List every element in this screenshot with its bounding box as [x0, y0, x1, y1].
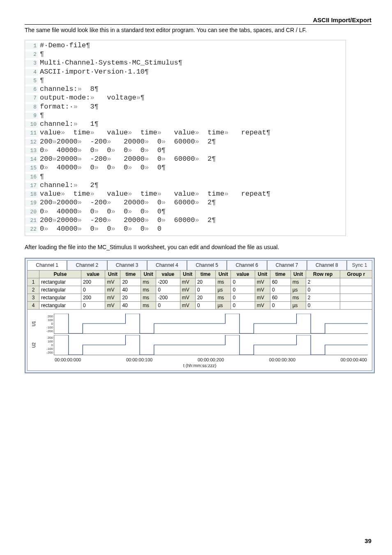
worksheet-screenshot: Channel 1Channel 2Channel 3Channel 4Chan…	[25, 258, 375, 373]
x-axis-ticks: 00:00:00:00000:00:00:10000:00:00:20000:0…	[54, 356, 368, 362]
col-header: time	[195, 271, 216, 278]
x-axis-caption: t (hh:mm:ss:zzz)	[32, 363, 368, 368]
tab-channel-5[interactable]: Channel 5	[187, 260, 227, 270]
tab-channel-7[interactable]: Channel 7	[267, 260, 307, 270]
col-header: Group r	[340, 271, 372, 278]
col-header: Unit	[180, 271, 195, 278]
intro-text: The same file would look like this in a …	[25, 26, 371, 34]
waveform-plot: U12001000-100-200U22001000-100-200 00:00…	[27, 310, 372, 371]
table-row[interactable]: 3rectangular200mV20ms-200mV20ms0mV60ms2	[28, 294, 372, 302]
tab-channel-3[interactable]: Channel 3	[107, 260, 147, 270]
tab-sync[interactable]: Sync 1	[347, 260, 372, 270]
col-header: time	[120, 271, 141, 278]
col-header: Unit	[255, 271, 270, 278]
col-header: Unit	[141, 271, 156, 278]
tab-channel-4[interactable]: Channel 4	[147, 260, 187, 270]
channel-tabs: Channel 1Channel 2Channel 3Channel 4Chan…	[27, 260, 372, 270]
pulse-table: PulsevalueUnittimeUnitvalueUnittimeUnitv…	[27, 270, 372, 310]
col-header: Unit	[216, 271, 231, 278]
table-row[interactable]: 4rectangular0mV40ms0mV0µs0mV0µs0	[28, 302, 372, 310]
tab-channel-1[interactable]: Channel 1	[27, 260, 67, 270]
page-header: ASCII Import/Export	[25, 16, 371, 25]
col-header: Pulse	[39, 271, 81, 278]
x-tick: 00:00:00:200	[198, 357, 224, 362]
table-row[interactable]: 1rectangular200mV20ms-200mV20ms0mV60ms2	[28, 278, 372, 286]
col-header: value	[156, 271, 180, 278]
tab-channel-6[interactable]: Channel 6	[227, 260, 267, 270]
x-tick: 00:00:00:400	[341, 357, 367, 362]
tab-channel-2[interactable]: Channel 2	[67, 260, 107, 270]
tab-channel-8[interactable]: Channel 8	[307, 260, 347, 270]
page-number: 39	[364, 537, 371, 544]
col-header: Unit	[291, 271, 306, 278]
col-header: Unit	[105, 271, 120, 278]
col-header: Row rep	[306, 271, 340, 278]
col-header: time	[270, 271, 291, 278]
col-header	[28, 271, 39, 278]
waveform-u2: U22001000-100-200	[32, 334, 368, 356]
col-header: value	[231, 271, 255, 278]
x-tick: 00:00:00:000	[55, 357, 81, 362]
col-header: value	[81, 271, 105, 278]
text-editor-screenshot: 1#·Demo·file¶2¶3Multi·Channel·Systems·MC…	[25, 40, 346, 236]
x-tick: 00:00:00:300	[269, 357, 295, 362]
table-row[interactable]: 2rectangular0mV40ms0mV0µs0mV0µs0	[28, 286, 372, 294]
x-tick: 00:00:00:100	[126, 357, 152, 362]
waveform-u1: U12001000-100-200	[32, 313, 368, 334]
after-editor-text: After loading the file into the MC_Stimu…	[25, 243, 371, 251]
